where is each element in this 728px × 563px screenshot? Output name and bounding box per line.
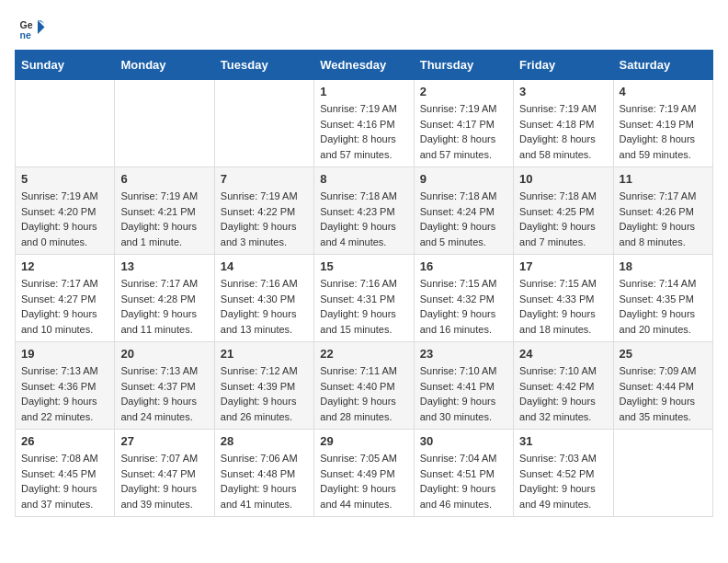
day-detail: Sunrise: 7:18 AM Sunset: 4:24 PM Dayligh… [420,189,507,249]
calendar-cell: 18Sunrise: 7:14 AM Sunset: 4:35 PM Dayli… [613,255,712,342]
day-detail: Sunrise: 7:13 AM Sunset: 4:37 PM Dayligh… [120,363,208,424]
day-detail: Sunrise: 7:05 AM Sunset: 4:49 PM Dayligh… [320,451,407,511]
calendar-cell: 15Sunrise: 7:16 AM Sunset: 4:31 PM Dayli… [314,255,414,342]
day-number: 21 [221,347,308,361]
day-detail: Sunrise: 7:15 AM Sunset: 4:32 PM Dayligh… [420,276,507,337]
day-detail: Sunrise: 7:15 AM Sunset: 4:33 PM Dayligh… [519,276,607,337]
calendar-container: SundayMondayTuesdayWednesdayThursdayFrid… [0,50,728,532]
day-detail: Sunrise: 7:11 AM Sunset: 4:40 PM Dayligh… [320,363,407,424]
day-number: 23 [420,347,507,361]
day-number: 28 [221,434,308,448]
day-number: 11 [620,172,707,186]
calendar-cell: 29Sunrise: 7:05 AM Sunset: 4:49 PM Dayli… [314,430,414,517]
day-number: 20 [120,347,208,361]
day-detail: Sunrise: 7:16 AM Sunset: 4:30 PM Dayligh… [221,276,308,337]
day-number: 14 [221,259,308,273]
calendar-cell [16,80,115,167]
day-detail: Sunrise: 7:10 AM Sunset: 4:42 PM Dayligh… [519,363,607,424]
day-detail: Sunrise: 7:09 AM Sunset: 4:44 PM Dayligh… [620,363,707,424]
day-detail: Sunrise: 7:19 AM Sunset: 4:18 PM Dayligh… [519,101,607,162]
day-number: 16 [420,259,507,273]
day-number: 4 [620,85,707,98]
day-detail: Sunrise: 7:19 AM Sunset: 4:22 PM Dayligh… [221,189,308,249]
logo: Ge ne [18,15,50,42]
calendar-cell: 4Sunrise: 7:19 AM Sunset: 4:19 PM Daylig… [613,80,712,167]
calendar-cell: 25Sunrise: 7:09 AM Sunset: 4:44 PM Dayli… [613,342,712,430]
calendar-cell: 10Sunrise: 7:18 AM Sunset: 4:25 PM Dayli… [514,167,613,255]
day-number: 31 [519,434,607,448]
day-number: 6 [120,172,208,186]
day-number: 25 [620,347,707,361]
calendar-cell [214,80,313,167]
calendar-cell: 14Sunrise: 7:16 AM Sunset: 4:30 PM Dayli… [214,255,313,342]
weekday-header-tuesday: Tuesday [214,51,313,80]
page-header: Ge ne [0,0,728,50]
day-detail: Sunrise: 7:17 AM Sunset: 4:26 PM Dayligh… [620,189,707,249]
day-detail: Sunrise: 7:04 AM Sunset: 4:51 PM Dayligh… [420,451,507,511]
day-detail: Sunrise: 7:12 AM Sunset: 4:39 PM Dayligh… [221,363,308,424]
day-number: 9 [420,172,507,186]
day-number: 7 [221,172,308,186]
calendar-cell: 22Sunrise: 7:11 AM Sunset: 4:40 PM Dayli… [314,342,414,430]
calendar-week-row: 26Sunrise: 7:08 AM Sunset: 4:45 PM Dayli… [16,430,713,517]
calendar-cell: 28Sunrise: 7:06 AM Sunset: 4:48 PM Dayli… [214,430,313,517]
day-detail: Sunrise: 7:18 AM Sunset: 4:23 PM Dayligh… [320,189,407,249]
calendar-cell: 7Sunrise: 7:19 AM Sunset: 4:22 PM Daylig… [214,167,313,255]
day-detail: Sunrise: 7:17 AM Sunset: 4:28 PM Dayligh… [120,276,208,337]
weekday-header-friday: Friday [514,51,613,80]
calendar-week-row: 5Sunrise: 7:19 AM Sunset: 4:20 PM Daylig… [16,167,713,255]
calendar-cell: 2Sunrise: 7:19 AM Sunset: 4:17 PM Daylig… [414,80,513,167]
day-detail: Sunrise: 7:19 AM Sunset: 4:21 PM Dayligh… [120,189,208,249]
day-number: 8 [320,172,407,186]
calendar-week-row: 19Sunrise: 7:13 AM Sunset: 4:36 PM Dayli… [16,342,713,430]
calendar-cell: 3Sunrise: 7:19 AM Sunset: 4:18 PM Daylig… [514,80,613,167]
calendar-cell: 24Sunrise: 7:10 AM Sunset: 4:42 PM Dayli… [514,342,613,430]
logo-icon: Ge ne [18,15,46,42]
day-detail: Sunrise: 7:06 AM Sunset: 4:48 PM Dayligh… [221,451,308,511]
day-detail: Sunrise: 7:07 AM Sunset: 4:47 PM Dayligh… [120,451,208,511]
svg-marker-2 [38,20,45,34]
day-number: 2 [420,85,507,98]
calendar-cell: 30Sunrise: 7:04 AM Sunset: 4:51 PM Dayli… [414,430,513,517]
day-number: 29 [320,434,407,448]
calendar-cell: 21Sunrise: 7:12 AM Sunset: 4:39 PM Dayli… [214,342,313,430]
day-number: 10 [519,172,607,186]
calendar-cell: 13Sunrise: 7:17 AM Sunset: 4:28 PM Dayli… [115,255,214,342]
day-number: 19 [21,347,108,361]
day-detail: Sunrise: 7:16 AM Sunset: 4:31 PM Dayligh… [320,276,407,337]
day-detail: Sunrise: 7:03 AM Sunset: 4:52 PM Dayligh… [519,451,607,511]
weekday-header-wednesday: Wednesday [314,51,414,80]
day-number: 24 [519,347,607,361]
weekday-header-sunday: Sunday [16,51,115,80]
svg-text:ne: ne [20,29,31,40]
day-detail: Sunrise: 7:08 AM Sunset: 4:45 PM Dayligh… [21,451,108,511]
calendar-cell: 20Sunrise: 7:13 AM Sunset: 4:37 PM Dayli… [115,342,214,430]
day-number: 22 [320,347,407,361]
calendar-cell: 27Sunrise: 7:07 AM Sunset: 4:47 PM Dayli… [115,430,214,517]
weekday-header-thursday: Thursday [414,51,513,80]
day-detail: Sunrise: 7:19 AM Sunset: 4:16 PM Dayligh… [320,101,407,162]
day-detail: Sunrise: 7:14 AM Sunset: 4:35 PM Dayligh… [620,276,707,337]
calendar-cell: 8Sunrise: 7:18 AM Sunset: 4:23 PM Daylig… [314,167,414,255]
day-number: 15 [320,259,407,273]
calendar-cell: 11Sunrise: 7:17 AM Sunset: 4:26 PM Dayli… [613,167,712,255]
calendar-cell [613,430,712,517]
weekday-header-row: SundayMondayTuesdayWednesdayThursdayFrid… [16,51,713,80]
calendar-cell: 23Sunrise: 7:10 AM Sunset: 4:41 PM Dayli… [414,342,513,430]
calendar-week-row: 1Sunrise: 7:19 AM Sunset: 4:16 PM Daylig… [16,80,713,167]
weekday-header-saturday: Saturday [613,51,712,80]
calendar-cell: 16Sunrise: 7:15 AM Sunset: 4:32 PM Dayli… [414,255,513,342]
day-detail: Sunrise: 7:10 AM Sunset: 4:41 PM Dayligh… [420,363,507,424]
calendar-cell: 6Sunrise: 7:19 AM Sunset: 4:21 PM Daylig… [115,167,214,255]
calendar-cell: 5Sunrise: 7:19 AM Sunset: 4:20 PM Daylig… [16,167,115,255]
day-number: 18 [620,259,707,273]
day-detail: Sunrise: 7:19 AM Sunset: 4:19 PM Dayligh… [620,101,707,162]
day-number: 26 [21,434,108,448]
day-number: 5 [21,172,108,186]
day-detail: Sunrise: 7:19 AM Sunset: 4:17 PM Dayligh… [420,101,507,162]
day-number: 1 [320,85,407,98]
day-number: 13 [120,259,208,273]
weekday-header-monday: Monday [115,51,214,80]
day-detail: Sunrise: 7:17 AM Sunset: 4:27 PM Dayligh… [21,276,108,337]
day-detail: Sunrise: 7:18 AM Sunset: 4:25 PM Dayligh… [519,189,607,249]
